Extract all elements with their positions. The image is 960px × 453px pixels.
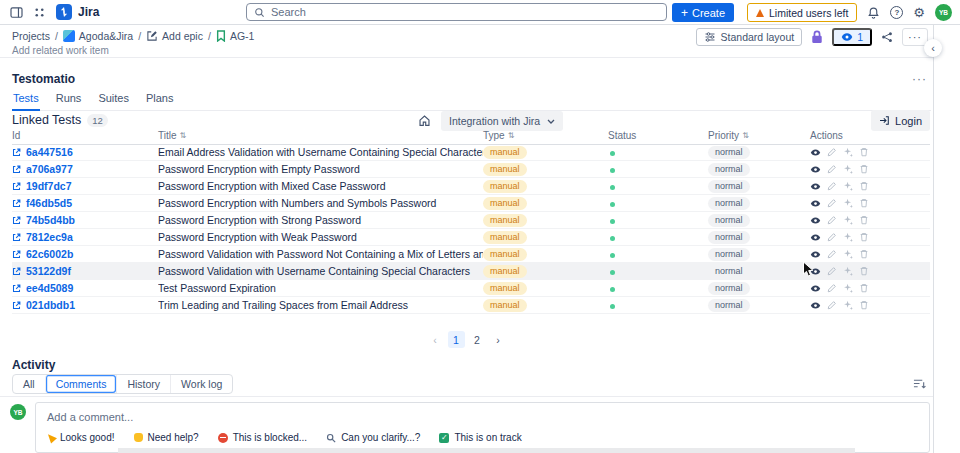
add-to-run-button[interactable] (843, 283, 853, 293)
test-id-link[interactable]: 7812ec9a (26, 231, 73, 243)
trash-icon (859, 215, 869, 225)
add-to-run-button[interactable] (843, 266, 853, 276)
quick-reply-blocked[interactable]: This is blocked... (218, 432, 307, 443)
tab-suites[interactable]: Suites (97, 90, 130, 110)
test-id-link[interactable]: f46db5d5 (26, 197, 72, 209)
view-test-button[interactable] (810, 164, 821, 175)
restrictions-button[interactable] (811, 30, 823, 44)
delete-test-button[interactable] (859, 147, 869, 157)
test-id-link[interactable]: 74b5d4bb (26, 214, 75, 226)
user-avatar[interactable]: YB (935, 4, 952, 21)
view-test-button[interactable] (810, 147, 821, 158)
tab-runs[interactable]: Runs (55, 90, 83, 110)
help-button[interactable]: ? (890, 6, 903, 19)
edit-test-button[interactable] (827, 181, 837, 191)
delete-test-button[interactable] (859, 249, 869, 259)
project-home-button[interactable] (418, 114, 431, 127)
comment-user-avatar[interactable]: YB (10, 404, 26, 420)
test-id-link[interactable]: 021dbdb1 (26, 299, 75, 311)
project-selector-dropdown[interactable]: Integration with Jira (441, 111, 563, 131)
notifications-button[interactable] (867, 6, 880, 20)
limited-users-warning-button[interactable]: Limited users left (747, 3, 857, 22)
delete-test-button[interactable] (859, 215, 869, 225)
delete-test-button[interactable] (859, 300, 869, 310)
table-row: 7812ec9a Password Encryption with Weak P… (12, 229, 930, 246)
eye-icon (810, 283, 821, 294)
test-id-link[interactable]: 53122d9f (26, 265, 71, 277)
login-button[interactable]: Login (871, 110, 930, 131)
delete-test-button[interactable] (859, 181, 869, 191)
edit-test-button[interactable] (827, 266, 837, 276)
edit-test-button[interactable] (827, 232, 837, 242)
layout-button[interactable]: Standard layout (696, 28, 803, 46)
comment-editor[interactable]: Add a comment... Looks good! Need help? … (35, 402, 930, 453)
test-id-link[interactable]: 62c6002b (26, 248, 73, 260)
global-search[interactable] (246, 3, 667, 21)
next-page-button[interactable]: › (490, 331, 507, 348)
delete-test-button[interactable] (859, 283, 869, 293)
tab-plans[interactable]: Plans (145, 90, 175, 110)
sort-order-button[interactable] (913, 378, 926, 390)
page-1-button[interactable]: 1 (448, 331, 465, 348)
quick-reply-need-help[interactable]: Need help? (134, 432, 199, 443)
column-header-type[interactable]: Type⇅ (483, 130, 608, 141)
page-2-button[interactable]: 2 (469, 331, 486, 348)
test-id-link[interactable]: a706a977 (26, 163, 73, 175)
column-header-priority[interactable]: Priority⇅ (708, 130, 810, 141)
view-test-button[interactable] (810, 266, 821, 277)
delete-test-button[interactable] (859, 198, 869, 208)
delete-test-button[interactable] (859, 232, 869, 242)
app-switcher-button[interactable] (34, 7, 45, 18)
test-id-link[interactable]: ee4d5089 (26, 282, 73, 294)
quick-reply-on-track[interactable]: ✓ This is on track (439, 432, 521, 443)
expand-panel-button[interactable]: ‹ (924, 39, 942, 57)
edit-test-button[interactable] (827, 300, 837, 310)
breadcrumb-issue-key[interactable]: AG-1 (216, 30, 255, 42)
view-test-button[interactable] (810, 215, 821, 226)
search-input[interactable] (271, 6, 659, 18)
tab-all[interactable]: All (13, 375, 45, 393)
edit-test-button[interactable] (827, 283, 837, 293)
settings-button[interactable]: ⚙ (913, 6, 925, 19)
view-test-button[interactable] (810, 232, 821, 243)
view-test-button[interactable] (810, 249, 821, 260)
testomatio-more-actions-button[interactable]: ··· (912, 72, 927, 86)
create-button[interactable]: + Create (672, 3, 734, 22)
delete-test-button[interactable] (859, 266, 869, 276)
delete-test-button[interactable] (859, 164, 869, 174)
quick-reply-looks-good[interactable]: Looks good! (47, 432, 115, 443)
test-id-link[interactable]: 19df7dc7 (26, 180, 72, 192)
breadcrumb-add-epic[interactable]: Add epic (146, 30, 203, 42)
add-to-run-button[interactable] (843, 215, 853, 225)
watchers-button[interactable]: 1 (832, 28, 872, 46)
edit-test-button[interactable] (827, 215, 837, 225)
add-to-run-button[interactable] (843, 300, 853, 310)
add-to-run-button[interactable] (843, 147, 853, 157)
jira-home-link[interactable]: Jira (56, 4, 99, 20)
previous-page-button[interactable]: ‹ (427, 331, 444, 348)
quick-reply-clarify[interactable]: Can you clarify...? (326, 432, 420, 443)
column-header-title[interactable]: Title⇅ (158, 130, 483, 141)
tab-tests[interactable]: Tests (12, 90, 40, 111)
add-to-run-button[interactable] (843, 198, 853, 208)
view-test-button[interactable] (810, 283, 821, 294)
view-test-button[interactable] (810, 181, 821, 192)
test-id-link[interactable]: 6a447516 (26, 146, 73, 158)
view-test-button[interactable] (810, 198, 821, 209)
breadcrumb-projects[interactable]: Projects (12, 30, 50, 42)
add-to-run-button[interactable] (843, 232, 853, 242)
tab-worklog[interactable]: Work log (170, 375, 232, 393)
edit-test-button[interactable] (827, 147, 837, 157)
add-to-run-button[interactable] (843, 164, 853, 174)
edit-test-button[interactable] (827, 198, 837, 208)
edit-test-button[interactable] (827, 164, 837, 174)
add-to-run-button[interactable] (843, 181, 853, 191)
breadcrumb-project[interactable]: Agoda&Jira (63, 30, 133, 42)
view-test-button[interactable] (810, 300, 821, 311)
edit-test-button[interactable] (827, 249, 837, 259)
add-to-run-button[interactable] (843, 249, 853, 259)
share-button[interactable] (881, 31, 893, 43)
tab-comments[interactable]: Comments (45, 375, 117, 393)
tab-history[interactable]: History (116, 375, 170, 393)
sidebar-toggle-button[interactable] (10, 7, 23, 18)
